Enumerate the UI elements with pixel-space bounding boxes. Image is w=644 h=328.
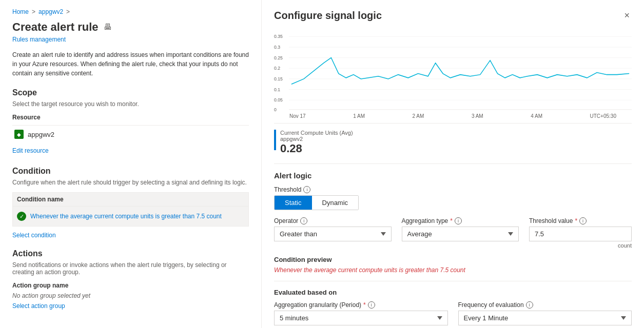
- evaluated-row: Aggregation granularity (Period) * i 5 m…: [274, 301, 632, 325]
- period-required: *: [363, 301, 366, 309]
- legend-subtitle: appgwv2: [280, 136, 353, 142]
- condition-subtitle: Configure when the alert rule should tri…: [12, 179, 249, 186]
- condition-preview-title: Condition preview: [274, 256, 632, 263]
- frequency-col: Frequency of evaluation i Every 1 Minute: [458, 301, 632, 325]
- aggregation-select[interactable]: Average: [402, 227, 519, 241]
- period-info-icon[interactable]: i: [368, 301, 375, 309]
- resource-label: Resource: [12, 114, 249, 121]
- threshold-value-input[interactable]: [529, 227, 632, 241]
- operator-select[interactable]: Greater than: [274, 227, 392, 241]
- condition-title: Condition: [12, 167, 249, 176]
- frequency-label: Frequency of evaluation i: [458, 301, 632, 309]
- page-title: Create alert rule: [12, 20, 99, 34]
- chart-container: 0.35 0.3 0.25 0.2 0.15 0.1 0.05 0 Nov 17…: [274, 31, 632, 124]
- breadcrumb-home[interactable]: Home: [12, 8, 29, 15]
- operator-col: Operator i Greater than: [274, 217, 392, 249]
- close-button[interactable]: ×: [622, 8, 632, 23]
- svg-text:0.3: 0.3: [274, 45, 280, 50]
- chart-label-3am: 3 AM: [472, 113, 483, 119]
- svg-text:0.2: 0.2: [274, 66, 280, 71]
- condition-section: Condition Configure when the alert rule …: [12, 167, 249, 239]
- page-description: Create an alert rule to identify and add…: [12, 50, 249, 78]
- breadcrumb-sep1: >: [32, 8, 35, 15]
- breadcrumb-sep2: >: [66, 8, 70, 15]
- aggregation-col: Aggregation type * i Average: [402, 217, 519, 249]
- condition-preview-text: Whenever the average current compute uni…: [274, 266, 632, 274]
- threshold-group: Threshold i Static Dynamic: [274, 186, 632, 210]
- rules-management-link[interactable]: Rules management: [12, 36, 249, 43]
- aggregation-label: Aggregation type * i: [402, 217, 519, 224]
- legend-info: Current Compute Units (Avg) appgwv2 0.28: [280, 130, 353, 155]
- resource-row: ◆ appgwv2: [12, 125, 249, 143]
- period-select[interactable]: 5 minutes: [274, 311, 448, 325]
- chart-label-1am: 1 AM: [353, 113, 365, 119]
- resource-icon: ◆: [14, 130, 24, 139]
- select-action-group-link[interactable]: Select action group: [12, 302, 249, 310]
- actions-section: Actions Send notifications or invoke act…: [12, 249, 249, 310]
- chart-label-4am: 4 AM: [531, 113, 542, 119]
- threshold-value-col: Threshold value * i count: [529, 217, 632, 249]
- aggregation-required: *: [450, 217, 453, 224]
- actions-title: Actions: [12, 249, 249, 258]
- svg-text:0.05: 0.05: [274, 97, 283, 102]
- svg-text:0.25: 0.25: [274, 55, 283, 60]
- threshold-toggle[interactable]: Static Dynamic: [274, 195, 359, 210]
- print-icon[interactable]: 🖶: [104, 23, 112, 32]
- aggregation-granularity-label: Aggregation granularity (Period) * i: [274, 301, 448, 309]
- operator-row: Operator i Greater than Aggregation type…: [274, 217, 632, 249]
- alert-logic-title: Alert logic: [274, 171, 632, 180]
- toggle-dynamic[interactable]: Dynamic: [312, 196, 359, 210]
- legend-line: [274, 130, 276, 150]
- svg-text:0.35: 0.35: [274, 34, 283, 39]
- threshold-value-info-icon[interactable]: i: [579, 217, 587, 224]
- operator-label: Operator i: [274, 217, 392, 224]
- breadcrumb-appgwv2[interactable]: appgwv2: [38, 8, 63, 15]
- evaluated-title: Evaluated based on: [274, 289, 632, 296]
- threshold-required: *: [575, 217, 577, 224]
- chart-legend: Current Compute Units (Avg) appgwv2 0.28: [274, 130, 632, 155]
- condition-value-row: ✓ Whenever the average current compute u…: [12, 207, 249, 227]
- threshold-value-label: Threshold value * i: [529, 217, 632, 224]
- chart-svg: 0.35 0.3 0.25 0.2 0.15 0.1 0.05 0: [274, 31, 632, 113]
- chart-label-2am: 2 AM: [413, 113, 424, 119]
- toggle-static[interactable]: Static: [275, 196, 312, 210]
- right-panel: Configure signal logic × 0.35 0.3 0.25 0…: [262, 0, 644, 328]
- svg-text:0: 0: [274, 107, 277, 112]
- condition-name-label: Condition name: [12, 192, 249, 207]
- scope-title: Scope: [12, 88, 249, 97]
- legend-title: Current Compute Units (Avg): [280, 130, 353, 136]
- resource-name: appgwv2: [28, 131, 54, 138]
- threshold-label: Threshold i: [274, 186, 632, 193]
- no-action-text: No action group selected yet: [12, 292, 249, 299]
- count-label: count: [529, 242, 632, 249]
- chart-utc: UTC+05:30: [590, 113, 616, 119]
- select-condition-link[interactable]: Select condition: [12, 232, 249, 239]
- chart-label-nov17: Nov 17: [289, 113, 306, 119]
- breadcrumb: Home > appgwv2 >: [12, 8, 249, 15]
- condition-check-icon: ✓: [17, 212, 26, 221]
- panel-title: Configure signal logic: [274, 10, 382, 22]
- scope-subtitle: Select the target resource you wish to m…: [12, 100, 249, 108]
- legend-value: 0.28: [280, 142, 353, 155]
- scope-section: Scope Select the target resource you wis…: [12, 88, 249, 154]
- svg-text:0.15: 0.15: [274, 76, 283, 81]
- frequency-select[interactable]: Every 1 Minute: [458, 311, 632, 325]
- threshold-info-icon[interactable]: i: [303, 186, 310, 193]
- condition-preview-section: Condition preview Whenever the average c…: [274, 256, 632, 274]
- frequency-info-icon[interactable]: i: [526, 301, 533, 309]
- action-group-label: Action group name: [12, 282, 249, 289]
- operator-info-icon[interactable]: i: [300, 217, 307, 224]
- svg-text:0.1: 0.1: [274, 87, 280, 92]
- actions-subtitle: Send notifications or invoke actions whe…: [12, 261, 249, 276]
- condition-text: Whenever the average current compute uni…: [30, 213, 222, 220]
- aggregation-info-icon[interactable]: i: [455, 217, 462, 224]
- left-panel: Home > appgwv2 > Create alert rule 🖶 Rul…: [0, 0, 262, 328]
- aggregation-granularity-col: Aggregation granularity (Period) * i 5 m…: [274, 301, 448, 325]
- panel-header: Configure signal logic ×: [274, 8, 632, 23]
- edit-resource-link[interactable]: Edit resource: [12, 147, 249, 154]
